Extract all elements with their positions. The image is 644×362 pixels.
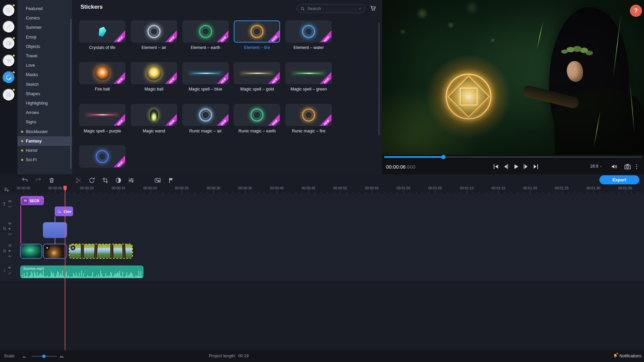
sticker-tile-runic-magic-air[interactable]: NEW bbox=[182, 104, 229, 126]
undo-button[interactable] bbox=[21, 177, 29, 185]
grid-icon bbox=[5, 92, 12, 98]
more-options-button[interactable] bbox=[634, 163, 640, 171]
category-item-masks[interactable]: Masks bbox=[17, 70, 72, 79]
title-clip[interactable]: Tt SECR bbox=[20, 196, 44, 205]
category-item-summer[interactable]: Summer bbox=[17, 23, 72, 32]
category-item-travel[interactable]: Travel bbox=[17, 51, 72, 61]
titles-button[interactable]: Tt bbox=[2, 54, 15, 67]
sticker-tile-element-air[interactable]: NEW bbox=[131, 20, 177, 43]
video-clip-1[interactable] bbox=[20, 244, 42, 259]
delete-button[interactable] bbox=[48, 177, 56, 185]
sticker-tile-magic-ball[interactable]: NEW bbox=[131, 62, 177, 84]
sticker-tile-runic-magic-fire[interactable]: NEW bbox=[285, 104, 332, 126]
search-box[interactable] bbox=[297, 4, 366, 13]
sticker-tile-magic-spell-green[interactable]: NEW bbox=[285, 62, 332, 84]
category-item-sketch[interactable]: Sketch bbox=[17, 80, 72, 89]
marker-button[interactable] bbox=[167, 177, 175, 185]
volume-button[interactable] bbox=[610, 163, 619, 171]
panel-scrollbar[interactable] bbox=[378, 22, 380, 135]
crop-button[interactable] bbox=[101, 177, 109, 185]
new-badge-dot bbox=[13, 89, 15, 91]
playhead-line[interactable] bbox=[65, 186, 65, 350]
snapshot-button[interactable] bbox=[623, 163, 632, 171]
title-track-visibility-icon[interactable] bbox=[8, 199, 12, 203]
export-button[interactable]: Export bbox=[599, 175, 639, 184]
video-clip-2[interactable]: ★ bbox=[43, 244, 67, 259]
overlay-clip[interactable] bbox=[43, 222, 67, 238]
sticker-label: Runic magic – earth bbox=[238, 129, 276, 133]
category-item-highlighting[interactable]: Highlighting bbox=[17, 99, 72, 108]
category-item-signs[interactable]: Signs bbox=[17, 117, 72, 127]
timeline-ruler[interactable]: 00:00:0000:00:0500:00:1000:00:1500:00:20… bbox=[0, 186, 644, 194]
color-adjustments-button[interactable] bbox=[114, 177, 122, 185]
video-track-arrow-icon[interactable] bbox=[8, 254, 12, 258]
redo-button[interactable] bbox=[34, 177, 42, 185]
notifications-button[interactable]: Notifications bbox=[613, 353, 641, 358]
skip-to-end-button[interactable] bbox=[532, 163, 540, 171]
skip-to-start-button[interactable] bbox=[491, 163, 500, 171]
video-track-mute-icon[interactable] bbox=[8, 249, 12, 253]
aspect-ratio-selector[interactable]: 16:9 bbox=[590, 164, 602, 169]
rotate-button[interactable] bbox=[88, 177, 96, 185]
clip-properties-button[interactable] bbox=[127, 177, 135, 185]
next-frame-button[interactable] bbox=[522, 163, 530, 171]
audio-track-sync-icon[interactable] bbox=[8, 271, 12, 275]
help-button[interactable]: ? bbox=[630, 5, 642, 17]
clear-search-icon[interactable] bbox=[358, 7, 362, 11]
category-item-love[interactable]: Love bbox=[17, 61, 72, 70]
category-item-comics[interactable]: Comics bbox=[17, 13, 72, 23]
sticker-tile-element-water[interactable]: NEW bbox=[285, 20, 332, 43]
category-item-objects[interactable]: Objects bbox=[17, 42, 72, 51]
overlay-track-mute-icon[interactable] bbox=[8, 227, 12, 231]
sticker-tile-magic-spell-gold[interactable]: NEW bbox=[234, 62, 280, 84]
title-track-link-icon[interactable] bbox=[8, 204, 12, 209]
category-item-featured[interactable]: Featured bbox=[17, 4, 72, 13]
audio-track-mute-icon[interactable] bbox=[8, 265, 12, 270]
category-item-arrows[interactable]: Arrows bbox=[17, 108, 72, 117]
video-clip-3-selected[interactable]: ★ bbox=[69, 244, 133, 259]
transitions-button[interactable] bbox=[2, 37, 15, 50]
import-media-button[interactable] bbox=[2, 4, 15, 17]
category-item-horror[interactable]: Horror bbox=[17, 146, 72, 155]
zoom-out-icon[interactable] bbox=[22, 354, 26, 358]
play-button[interactable] bbox=[512, 163, 520, 171]
timeline-zoom-knob[interactable] bbox=[42, 355, 46, 358]
overlay-track-link-icon[interactable] bbox=[8, 232, 12, 236]
category-item-sci-fi[interactable]: Sci-Fi bbox=[17, 155, 72, 165]
add-track-button[interactable] bbox=[4, 187, 9, 192]
search-input[interactable] bbox=[308, 6, 355, 11]
overlay-button[interactable] bbox=[154, 177, 162, 185]
video-track-visibility-icon[interactable] bbox=[8, 243, 12, 248]
sticker-tile-element-earth[interactable]: NEW bbox=[182, 20, 229, 43]
sticker-tile-magic-spell-blue[interactable]: NEW bbox=[182, 62, 229, 84]
stickers-button[interactable] bbox=[2, 71, 15, 84]
update-dot bbox=[21, 140, 23, 142]
category-item-fantasy[interactable]: Fantasy bbox=[17, 136, 72, 146]
category-item-emoji[interactable]: Emoji bbox=[17, 33, 72, 42]
more-tools-button[interactable] bbox=[2, 88, 15, 101]
category-item-blockbuster[interactable]: Blockbuster bbox=[17, 127, 72, 136]
sticker-tile-fire-ball[interactable]: NEW bbox=[79, 62, 125, 84]
sticker-tile-element-fire[interactable]: NEW bbox=[234, 20, 280, 43]
store-cart-button[interactable] bbox=[369, 4, 377, 13]
sticker-tile-crystals-of-life[interactable]: NEW bbox=[79, 20, 125, 43]
sticker-icon bbox=[5, 74, 12, 81]
ruler-label: 00:01:05 bbox=[428, 186, 442, 190]
zoom-in-icon[interactable] bbox=[59, 353, 65, 359]
category-item-shapes[interactable]: Shapes bbox=[17, 89, 72, 99]
previous-frame-button[interactable] bbox=[501, 163, 510, 171]
sticker-clip[interactable]: Elem bbox=[55, 206, 73, 216]
filters-button[interactable] bbox=[2, 20, 15, 33]
new-badge-dot bbox=[13, 71, 15, 73]
audio-clip[interactable]: Sunrise.mp3 bbox=[20, 265, 144, 278]
overlay-track-visibility-icon[interactable] bbox=[8, 221, 12, 226]
sticker-tile-magic-spell-purple[interactable]: NEW bbox=[79, 104, 125, 126]
scissors-icon bbox=[75, 177, 82, 184]
sticker-tile-magic-wand[interactable]: NEW bbox=[131, 104, 177, 126]
seek-bar[interactable] bbox=[384, 156, 642, 158]
sticker-tile-runic-magic-earth[interactable]: NEW bbox=[234, 104, 280, 126]
seek-bar-handle[interactable] bbox=[441, 155, 445, 159]
cut-button[interactable] bbox=[74, 177, 83, 185]
sticker-tile-item[interactable]: NEW bbox=[79, 145, 125, 168]
update-dot bbox=[21, 159, 23, 161]
